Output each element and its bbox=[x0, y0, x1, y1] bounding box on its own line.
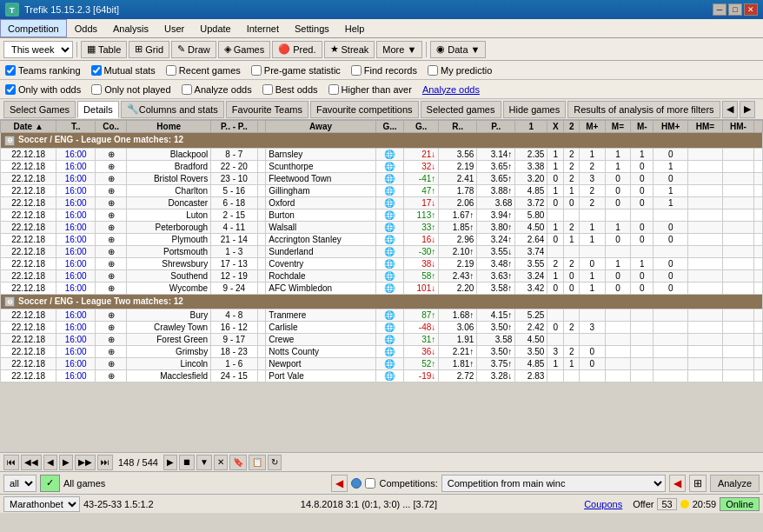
pred-button[interactable]: 🔴 Pred. bbox=[272, 41, 322, 58]
higher-than-aver-checkbox[interactable]: Higher than aver bbox=[328, 84, 412, 95]
col-12[interactable]: X bbox=[547, 121, 564, 133]
col-16[interactable]: M- bbox=[631, 121, 654, 133]
teams-ranking-checkbox[interactable]: Teams ranking bbox=[5, 65, 81, 76]
table-row[interactable]: 22.12.1816:00⊕Crawley Town16 - 12Carlisl… bbox=[1, 322, 763, 334]
table-row[interactable]: 22.12.1816:00⊕Grimsby18 - 23Notts County… bbox=[1, 346, 763, 358]
table-row[interactable]: 22.12.1816:00⊕Shrewsbury17 - 13Coventry🌐… bbox=[1, 257, 763, 269]
analyze-odds-checkbox[interactable]: Analyze odds bbox=[182, 84, 252, 95]
nav-play[interactable]: ▶ bbox=[163, 455, 177, 470]
col-8[interactable]: G.. bbox=[404, 121, 439, 133]
more-button[interactable]: More ▼ bbox=[376, 41, 422, 58]
menu-help[interactable]: Help bbox=[337, 19, 373, 37]
minimize-button[interactable]: ─ bbox=[713, 3, 727, 16]
recent-games-checkbox[interactable]: Recent games bbox=[166, 65, 241, 76]
find-records-checkbox[interactable]: Find records bbox=[351, 65, 417, 76]
nav-prev-page[interactable]: ◀◀ bbox=[21, 455, 42, 470]
nav-refresh[interactable]: ↻ bbox=[268, 455, 282, 470]
streak-button[interactable]: ★ Streak bbox=[324, 41, 375, 58]
col-20[interactable] bbox=[754, 121, 763, 133]
menu-user[interactable]: User bbox=[156, 19, 192, 37]
tab-selected-games[interactable]: Selected games bbox=[421, 101, 501, 118]
analyze-button[interactable]: Analyze bbox=[710, 475, 760, 492]
col-7[interactable]: G... bbox=[375, 121, 403, 133]
tab-columns-stats[interactable]: 🔧 Columns and stats bbox=[121, 101, 224, 118]
draw-button[interactable]: ✎ Draw bbox=[171, 41, 216, 58]
menu-odds[interactable]: Odds bbox=[67, 19, 105, 37]
pregame-statistic-checkbox[interactable]: Pre-game statistic bbox=[251, 65, 341, 76]
right-arrow-button[interactable]: ◀ bbox=[669, 475, 686, 492]
tab-favourite-competitions[interactable]: Favourite competitions bbox=[310, 101, 419, 118]
only-with-odds-checkbox[interactable]: Only with odds bbox=[5, 84, 81, 95]
table-row[interactable]: 22.12.1816:00⊕Bradford22 - 20Scunthorpe🌐… bbox=[1, 160, 763, 172]
col-9[interactable]: R.. bbox=[439, 121, 477, 133]
bookmaker-select[interactable]: Marathonbet bbox=[3, 496, 80, 512]
nav-next[interactable]: ▶ bbox=[59, 455, 73, 470]
tab-favourite-teams[interactable]: Favourite Teams bbox=[226, 101, 309, 118]
table-row[interactable]: 22.12.1816:00⊕Lincoln1 - 6Newport🌐52↑1.8… bbox=[1, 358, 763, 370]
nav-prev[interactable]: ◀ bbox=[43, 455, 57, 470]
col-6[interactable]: Away bbox=[266, 121, 375, 133]
menu-internet[interactable]: Internet bbox=[239, 19, 287, 37]
col-15[interactable]: M= bbox=[605, 121, 631, 133]
table-row[interactable]: 22.12.1816:00⊕Doncaster6 - 18Oxford🌐17↓2… bbox=[1, 196, 763, 209]
expand-button[interactable]: ⊞ bbox=[689, 475, 707, 492]
col-13[interactable]: 2 bbox=[564, 121, 580, 133]
only-not-played-checkbox[interactable]: Only not played bbox=[91, 84, 170, 95]
week-dropdown[interactable]: This week bbox=[3, 41, 73, 58]
table-row[interactable]: 22.12.1816:00⊕Portsmouth1 - 3Sunderland🌐… bbox=[1, 245, 763, 257]
my-prediction-checkbox[interactable]: My predictio bbox=[428, 65, 492, 76]
grid-button[interactable]: ⊞ Grid bbox=[129, 41, 169, 58]
nav-export[interactable]: 📋 bbox=[249, 455, 266, 470]
table-row[interactable]: 22.12.1816:00⊕Wycombe9 - 24AFC Wimbledon… bbox=[1, 282, 763, 294]
col-4[interactable]: P.. - P.. bbox=[211, 121, 257, 133]
col-17[interactable]: HM+ bbox=[654, 121, 688, 133]
table-row[interactable]: 22.12.1816:00⊕Blackpool8 - 7Barnsley🌐21↓… bbox=[1, 148, 763, 160]
col-18[interactable]: HM= bbox=[688, 121, 723, 133]
table-row[interactable]: 22.12.1816:00⊕Plymouth21 - 14Accrington … bbox=[1, 233, 763, 245]
data-button[interactable]: ◉ Data ▼ bbox=[430, 41, 486, 58]
nav-last[interactable]: ⏭ bbox=[97, 455, 113, 470]
nav-first[interactable]: ⏮ bbox=[3, 455, 19, 470]
close-button[interactable]: ✕ bbox=[744, 3, 758, 16]
menu-analysis[interactable]: Analysis bbox=[105, 19, 156, 37]
table-button[interactable]: ▦ Table bbox=[81, 41, 127, 58]
col-2[interactable]: Co.. bbox=[96, 121, 127, 133]
mutual-stats-checkbox[interactable]: Mutual stats bbox=[91, 65, 156, 76]
nav-filter[interactable]: ▼ bbox=[196, 455, 212, 470]
nav-bookmark[interactable]: 🔖 bbox=[229, 455, 247, 470]
competition-checkbox[interactable] bbox=[365, 478, 375, 489]
competition-select[interactable]: Competition from main winc bbox=[441, 475, 666, 492]
col-1[interactable]: T.. bbox=[56, 121, 96, 133]
table-row[interactable]: 22.12.1816:00⊕Macclesfield24 - 15Port Va… bbox=[1, 370, 763, 382]
tab-nav-right[interactable]: ▶ bbox=[740, 101, 755, 118]
table-row[interactable]: 22.12.1816:00⊕Peterborough4 - 11Walsall🌐… bbox=[1, 221, 763, 233]
table-row[interactable]: 22.12.1816:00⊕Southend12 - 19Rochdale🌐58… bbox=[1, 269, 763, 282]
tab-select-games[interactable]: Select Games bbox=[3, 101, 76, 118]
maximize-button[interactable]: □ bbox=[728, 3, 742, 16]
table-row[interactable]: 22.12.1816:00⊕Bury4 - 8Tranmere🌐87↑1.68↑… bbox=[1, 309, 763, 322]
nav-stop[interactable]: ⏹ bbox=[179, 455, 195, 470]
table-row[interactable]: 22.12.1816:00⊕Forest Green9 - 17Crewe🌐31… bbox=[1, 334, 763, 346]
col-0[interactable]: Date ▲ bbox=[1, 121, 56, 133]
best-odds-checkbox[interactable]: Best odds bbox=[262, 84, 318, 95]
expand-league-button[interactable]: ⊖ bbox=[4, 296, 15, 307]
tab-hide-games[interactable]: Hide games bbox=[503, 101, 567, 118]
col-11[interactable]: 1 bbox=[515, 121, 547, 133]
tab-details[interactable]: Details bbox=[77, 101, 119, 118]
col-3[interactable]: Home bbox=[127, 121, 211, 133]
table-row[interactable]: 22.12.1816:00⊕Charlton5 - 16Gillingham🌐4… bbox=[1, 184, 763, 196]
table-row[interactable]: 22.12.1816:00⊕Luton2 - 15Burton🌐113↑1.67… bbox=[1, 209, 763, 221]
col-10[interactable]: P.. bbox=[477, 121, 515, 133]
nav-next-page[interactable]: ▶▶ bbox=[75, 455, 96, 470]
table-container[interactable]: Date ▲T..Co..HomeP.. - P..AwayG...G..R..… bbox=[0, 120, 763, 452]
filter-select[interactable]: all bbox=[3, 475, 36, 492]
analyze-odds-link[interactable]: Analyze odds bbox=[422, 84, 480, 95]
col-19[interactable]: HM- bbox=[722, 121, 753, 133]
nav-clear[interactable]: ✕ bbox=[214, 455, 228, 470]
menu-settings[interactable]: Settings bbox=[287, 19, 337, 37]
menu-update[interactable]: Update bbox=[192, 19, 238, 37]
games-button[interactable]: ◈ Games bbox=[218, 41, 270, 58]
confirm-button[interactable]: ✓ bbox=[40, 475, 60, 492]
col-5[interactable] bbox=[257, 121, 266, 133]
menu-competition[interactable]: Competition bbox=[0, 19, 67, 37]
